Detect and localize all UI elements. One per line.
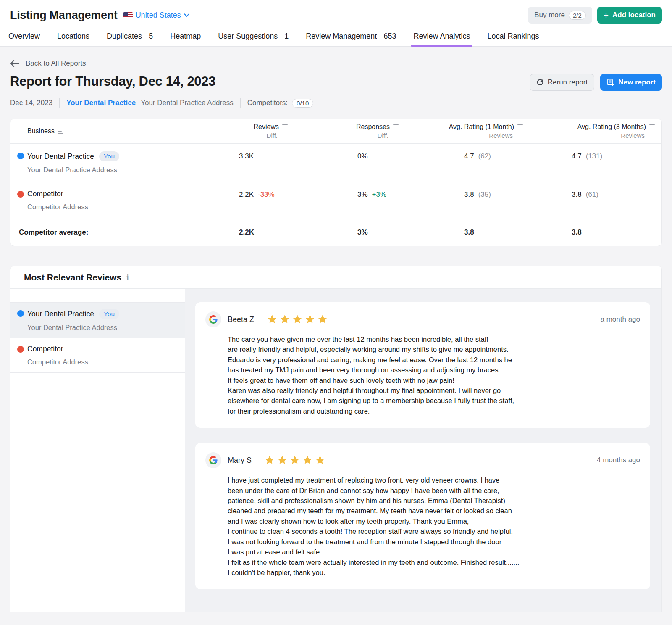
- info-icon[interactable]: i: [126, 273, 129, 282]
- tab-heatmap[interactable]: Heatmap: [169, 30, 202, 46]
- rating-1m-value: 3.8: [464, 190, 474, 199]
- sidebar-business-address: Your Dental Practice Address: [27, 324, 119, 332]
- business-address: Your Dental Practice Address: [27, 166, 119, 174]
- review-card: Beeta Z a month ago The care you have gi…: [195, 302, 650, 428]
- region-label: United States: [136, 11, 181, 20]
- tab-user-suggestions[interactable]: User Suggestions1: [217, 30, 289, 46]
- chevron-down-icon: [184, 13, 189, 17]
- tab-overview[interactable]: Overview: [8, 30, 41, 46]
- sidebar-item-competitor[interactable]: Competitor Competitor Address: [10, 338, 185, 373]
- rating-3m-count: (61): [586, 190, 598, 199]
- new-report-label: New report: [618, 78, 656, 87]
- avg-reviews: 2.2K: [239, 228, 254, 237]
- page-title: Report for Thursday, Dec 14, 2023: [10, 74, 215, 89]
- rerun-label: Rerun report: [548, 78, 588, 87]
- star-icon: [304, 314, 315, 325]
- sort-icon: [649, 124, 655, 130]
- star-rating: [267, 314, 328, 325]
- tab-review-analytics[interactable]: Review Analytics: [412, 30, 471, 46]
- comparison-table: Business Reviews Diff. Responses Diff. A…: [10, 119, 662, 246]
- most-relevant-reviews-section: Most Relevant Reviews i Your Dental Prac…: [10, 266, 662, 612]
- reviews-list: Beeta Z a month ago The care you have gi…: [185, 289, 662, 612]
- tab-user-suggestions-count: 1: [284, 32, 289, 41]
- review-text: The care you have given me over the last…: [228, 334, 640, 416]
- rating-1m-count: (62): [478, 152, 491, 161]
- review-card: Mary S 4 months ago I have just complete…: [195, 443, 650, 589]
- sidebar-item-your-practice[interactable]: Your Dental Practice You Your Dental Pra…: [10, 302, 185, 338]
- column-header-responses[interactable]: Responses Diff.: [294, 119, 405, 143]
- responses-diff: +3%: [372, 190, 387, 199]
- star-icon: [292, 314, 303, 325]
- rating-3m-value: 4.7: [572, 152, 582, 161]
- google-icon: [205, 311, 221, 327]
- reviews-diff: -33%: [258, 190, 275, 199]
- buy-more-label: Buy more: [534, 11, 565, 19]
- responses-value: 3%: [357, 190, 368, 199]
- business-name: Your Dental Practice: [27, 152, 94, 161]
- sort-icon: [517, 124, 523, 130]
- table-row-competitor-average: Competitor average: 2.2K 3% 3.8 3.8: [10, 219, 662, 246]
- reviews-sidebar: Your Dental Practice You Your Dental Pra…: [10, 289, 185, 612]
- responses-value: 0%: [357, 152, 368, 161]
- star-icon: [267, 314, 278, 325]
- report-meta: Dec 14, 2023 Your Dental Practice Your D…: [10, 98, 662, 108]
- average-label: Competitor average:: [10, 219, 227, 246]
- tab-duplicates[interactable]: Duplicates5: [106, 30, 154, 46]
- competitors-count-badge: 0/10: [292, 99, 313, 108]
- tab-duplicates-count: 5: [149, 32, 153, 41]
- new-report-button[interactable]: New report: [600, 74, 662, 91]
- rerun-report-button[interactable]: Rerun report: [530, 74, 594, 91]
- plus-icon: +: [604, 11, 609, 20]
- back-arrow-icon: [10, 60, 19, 67]
- column-header-business[interactable]: Business: [10, 123, 227, 139]
- review-author: Mary S: [228, 456, 252, 465]
- add-location-label: Add location: [612, 11, 656, 19]
- review-author: Beeta Z: [228, 315, 254, 324]
- tab-review-management-count: 653: [383, 32, 396, 41]
- tab-locations[interactable]: Locations: [56, 30, 90, 46]
- avg-responses: 3%: [357, 228, 368, 237]
- report-date: Dec 14, 2023: [10, 99, 52, 107]
- region-selector[interactable]: United States: [123, 11, 189, 20]
- add-location-button[interactable]: + Add location: [597, 7, 662, 24]
- business-link[interactable]: Your Dental Practice: [66, 99, 136, 107]
- tab-local-rankings[interactable]: Local Rankings: [486, 30, 540, 46]
- column-header-reviews[interactable]: Reviews Diff.: [227, 119, 294, 143]
- divider: [240, 98, 241, 108]
- new-report-icon: [606, 79, 614, 87]
- business-address: Your Dental Practice Address: [141, 99, 234, 107]
- star-icon: [317, 314, 328, 325]
- main-nav: Overview Locations Duplicates5 Heatmap U…: [0, 28, 672, 47]
- column-header-rating-1month[interactable]: Avg. Rating (1 Month) Reviews: [405, 119, 530, 143]
- reviews-value: 2.2K: [239, 190, 254, 199]
- business-address: Competitor Address: [27, 203, 88, 211]
- sidebar-business-name: Your Dental Practice: [27, 310, 94, 319]
- table-row-your-practice[interactable]: Your Dental Practice You Your Dental Pra…: [10, 144, 662, 182]
- google-icon: [205, 452, 221, 468]
- blue-marker-dot: [17, 153, 24, 159]
- column-header-rating-3months[interactable]: Avg. Rating (3 Months) Reviews: [530, 119, 662, 143]
- divider: [59, 98, 60, 108]
- sidebar-business-address: Competitor Address: [27, 358, 88, 366]
- buy-more-button[interactable]: Buy more 2/2: [528, 7, 592, 24]
- star-icon: [302, 455, 313, 466]
- refresh-icon: [536, 79, 544, 86]
- sort-icon: [58, 129, 63, 134]
- tab-review-management[interactable]: Review Management653: [305, 30, 397, 46]
- star-icon: [277, 455, 288, 466]
- buy-more-count-badge: 2/2: [569, 11, 586, 20]
- app-title: Listing Management: [10, 9, 118, 22]
- rating-1m-count: (35): [478, 190, 491, 199]
- reviews-section-title: Most Relevant Reviews: [24, 272, 121, 282]
- review-date: 4 months ago: [597, 456, 640, 464]
- sort-icon: [393, 124, 399, 130]
- sort-icon: [282, 124, 288, 130]
- back-to-reports-link[interactable]: Back to All Reports: [10, 47, 86, 68]
- rating-3m-value: 3.8: [572, 190, 582, 199]
- avg-rating-3m: 3.8: [572, 228, 582, 237]
- table-row-competitor[interactable]: Competitor Competitor Address 2.2K-33% 3…: [10, 182, 662, 219]
- star-icon: [279, 314, 290, 325]
- red-marker-dot: [17, 191, 24, 198]
- review-text: I have just completed my treatment of re…: [228, 475, 640, 578]
- you-badge: You: [99, 309, 119, 319]
